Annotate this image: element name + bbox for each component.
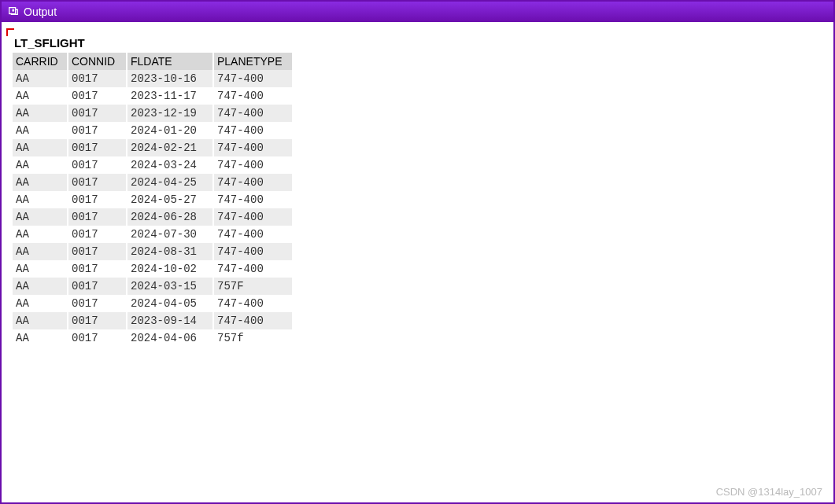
- cell-carrid: AA: [13, 329, 68, 347]
- cell-fldate: 2024-08-31: [127, 243, 213, 260]
- cell-connid: 0017: [68, 139, 127, 156]
- cell-carrid: AA: [13, 174, 68, 191]
- cell-carrid: AA: [13, 260, 68, 278]
- cell-fldate: 2023-10-16: [127, 70, 213, 87]
- table-row: AA00172024-05-27747-400: [13, 191, 292, 208]
- table-row: AA00172023-10-16747-400: [13, 70, 292, 87]
- table-row: AA00172023-09-14747-400: [13, 312, 292, 329]
- cell-fldate: 2024-05-27: [127, 191, 213, 208]
- cell-connid: 0017: [68, 174, 127, 191]
- table-row: AA00172024-08-31747-400: [13, 243, 292, 260]
- cell-planetype: 747-400: [213, 295, 292, 312]
- cell-planetype: 747-400: [213, 105, 292, 122]
- cell-connid: 0017: [68, 208, 127, 226]
- table-row: AA00172024-03-24747-400: [13, 156, 292, 174]
- table-row: AA00172024-04-05747-400: [13, 295, 292, 312]
- cell-planetype: 747-400: [213, 70, 292, 87]
- cell-planetype: 747-400: [213, 243, 292, 260]
- cell-fldate: 2024-04-05: [127, 295, 213, 312]
- cell-carrid: AA: [13, 312, 68, 329]
- cell-connid: 0017: [68, 278, 127, 295]
- cell-carrid: AA: [13, 70, 68, 87]
- cell-planetype: 747-400: [213, 122, 292, 139]
- cell-fldate: 2024-04-25: [127, 174, 213, 191]
- output-icon: [8, 6, 19, 19]
- cell-connid: 0017: [68, 329, 127, 347]
- window-title: Output: [24, 6, 57, 18]
- cell-fldate: 2024-01-20: [127, 122, 213, 139]
- cell-fldate: 2024-07-30: [127, 226, 213, 243]
- cell-carrid: AA: [13, 87, 68, 105]
- cell-planetype: 747-400: [213, 312, 292, 329]
- cell-fldate: 2024-06-28: [127, 208, 213, 226]
- cell-fldate: 2024-03-15: [127, 278, 213, 295]
- cell-fldate: 2023-09-14: [127, 312, 213, 329]
- table-row: AA00172024-02-21747-400: [13, 139, 292, 156]
- cell-planetype: 747-400: [213, 87, 292, 105]
- cell-planetype: 757F: [213, 278, 292, 295]
- cell-connid: 0017: [68, 70, 127, 87]
- titlebar: Output: [2, 2, 833, 22]
- table-row: AA00172024-04-25747-400: [13, 174, 292, 191]
- table-row: AA00172024-04-06757f: [13, 329, 292, 347]
- cell-planetype: 747-400: [213, 191, 292, 208]
- table-row: AA00172024-06-28747-400: [13, 208, 292, 226]
- table-title: LT_SFLIGHT: [13, 36, 822, 50]
- table-row: AA00172024-01-20747-400: [13, 122, 292, 139]
- table-row: AA00172023-11-17747-400: [13, 87, 292, 105]
- table-row: AA00172024-03-15757F: [13, 278, 292, 295]
- cell-carrid: AA: [13, 208, 68, 226]
- cell-planetype: 747-400: [213, 156, 292, 174]
- cell-planetype: 747-400: [213, 174, 292, 191]
- cell-fldate: 2023-12-19: [127, 105, 213, 122]
- content-area: LT_SFLIGHT CARRID CONNID FLDATE PLANETYP…: [2, 22, 833, 502]
- cell-planetype: 757f: [213, 329, 292, 347]
- table-row: AA00172024-10-02747-400: [13, 260, 292, 278]
- cell-fldate: 2023-11-17: [127, 87, 213, 105]
- cell-fldate: 2024-02-21: [127, 139, 213, 156]
- cell-planetype: 747-400: [213, 139, 292, 156]
- cell-connid: 0017: [68, 105, 127, 122]
- table-header-row: CARRID CONNID FLDATE PLANETYPE: [13, 53, 292, 70]
- column-header-planetype: PLANETYPE: [213, 53, 292, 70]
- cell-fldate: 2024-04-06: [127, 329, 213, 347]
- cell-carrid: AA: [13, 278, 68, 295]
- cell-fldate: 2024-03-24: [127, 156, 213, 174]
- cell-connid: 0017: [68, 87, 127, 105]
- cell-carrid: AA: [13, 139, 68, 156]
- cell-connid: 0017: [68, 243, 127, 260]
- output-window: Output LT_SFLIGHT CARRID CONNID FLDATE P…: [0, 0, 835, 504]
- cell-planetype: 747-400: [213, 208, 292, 226]
- column-header-connid: CONNID: [68, 53, 127, 70]
- cell-connid: 0017: [68, 226, 127, 243]
- cell-carrid: AA: [13, 105, 68, 122]
- cell-carrid: AA: [13, 122, 68, 139]
- watermark: CSDN @1314lay_1007: [716, 486, 822, 498]
- table-row: AA00172023-12-19747-400: [13, 105, 292, 122]
- cell-carrid: AA: [13, 156, 68, 174]
- cell-carrid: AA: [13, 191, 68, 208]
- cell-fldate: 2024-10-02: [127, 260, 213, 278]
- cell-carrid: AA: [13, 295, 68, 312]
- cell-carrid: AA: [13, 243, 68, 260]
- cell-connid: 0017: [68, 260, 127, 278]
- cell-connid: 0017: [68, 312, 127, 329]
- cell-connid: 0017: [68, 122, 127, 139]
- table-row: AA00172024-07-30747-400: [13, 226, 292, 243]
- cell-planetype: 747-400: [213, 226, 292, 243]
- column-header-fldate: FLDATE: [127, 53, 213, 70]
- corner-mark: [6, 28, 14, 36]
- cell-planetype: 747-400: [213, 260, 292, 278]
- cell-connid: 0017: [68, 191, 127, 208]
- data-table: CARRID CONNID FLDATE PLANETYPE AA0017202…: [13, 53, 292, 347]
- cell-connid: 0017: [68, 295, 127, 312]
- cell-connid: 0017: [68, 156, 127, 174]
- cell-carrid: AA: [13, 226, 68, 243]
- column-header-carrid: CARRID: [13, 53, 68, 70]
